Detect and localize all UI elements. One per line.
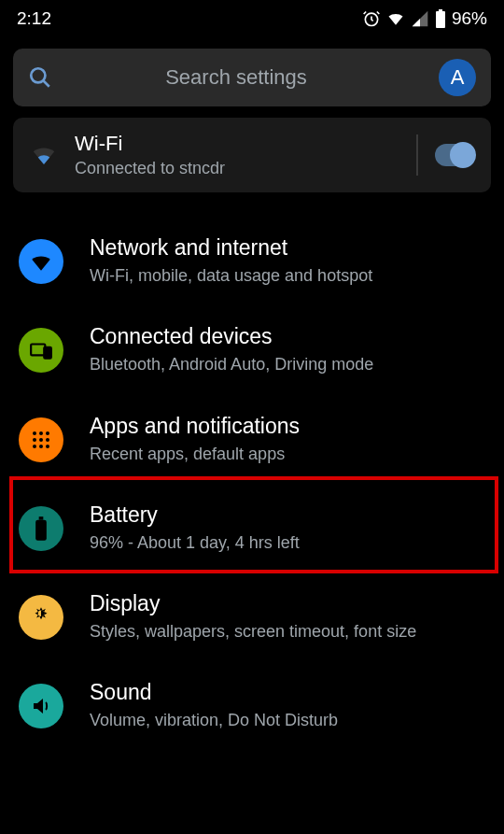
signal-icon — [411, 9, 429, 28]
profile-avatar[interactable]: A — [439, 59, 476, 96]
search-placeholder: Search settings — [34, 65, 439, 90]
status-bar: 2:12 96% — [0, 0, 504, 37]
search-settings[interactable]: Search settings A — [13, 49, 491, 106]
settings-list: Network and internetWi-Fi, mobile, data … — [0, 217, 504, 751]
wifi-icon — [19, 239, 63, 284]
row-title: Sound — [90, 680, 482, 705]
svg-rect-4 — [31, 345, 45, 356]
wifi-icon — [30, 141, 58, 169]
wifi-card[interactable]: Wi-Fi Connected to stncdr — [13, 118, 491, 192]
row-title: Display — [90, 591, 482, 616]
divider — [416, 134, 418, 176]
svg-point-12 — [33, 445, 36, 448]
status-icons: 96% — [362, 8, 487, 29]
settings-row-wifi[interactable]: Network and internetWi-Fi, mobile, data … — [0, 217, 504, 305]
row-subtitle: 96% - About 1 day, 4 hrs left — [90, 531, 482, 554]
svg-point-6 — [33, 431, 36, 435]
row-title: Battery — [90, 502, 482, 528]
row-title: Apps and notifications — [90, 414, 482, 439]
svg-rect-15 — [35, 520, 47, 541]
svg-rect-1 — [436, 11, 445, 28]
row-title: Network and internet — [90, 235, 482, 261]
wifi-toggle[interactable] — [435, 144, 474, 166]
svg-point-9 — [33, 438, 36, 442]
battery-icon — [19, 506, 63, 551]
clock: 2:12 — [17, 8, 51, 29]
alarm-icon — [362, 9, 381, 28]
settings-row-sound[interactable]: SoundVolume, vibration, Do Not Disturb — [0, 661, 504, 750]
svg-rect-5 — [44, 347, 51, 359]
svg-point-11 — [46, 438, 49, 442]
svg-point-14 — [46, 445, 49, 448]
settings-row-display[interactable]: DisplayStyles, wallpapers, screen timeou… — [0, 572, 504, 661]
devices-icon — [19, 328, 63, 373]
svg-rect-16 — [39, 516, 44, 520]
svg-point-8 — [46, 431, 49, 435]
svg-point-10 — [39, 438, 43, 442]
battery-icon — [435, 9, 446, 28]
apps-icon — [19, 417, 63, 462]
svg-rect-2 — [439, 9, 442, 11]
row-subtitle: Recent apps, default apps — [90, 443, 482, 465]
settings-row-battery[interactable]: Battery96% - About 1 day, 4 hrs left — [0, 484, 504, 572]
wifi-icon — [386, 9, 405, 28]
sound-icon — [19, 684, 63, 728]
wifi-subtitle: Connected to stncdr — [75, 159, 399, 178]
row-title: Connected devices — [90, 324, 482, 349]
row-subtitle: Bluetooth, Android Auto, Driving mode — [90, 353, 482, 375]
settings-row-devices[interactable]: Connected devicesBluetooth, Android Auto… — [0, 305, 504, 394]
svg-point-7 — [39, 431, 43, 435]
battery-percent: 96% — [452, 8, 487, 29]
row-subtitle: Volume, vibration, Do Not Disturb — [90, 709, 482, 731]
wifi-title: Wi-Fi — [75, 132, 399, 156]
display-icon — [19, 595, 63, 640]
row-subtitle: Wi-Fi, mobile, data usage and hotspot — [90, 264, 482, 287]
svg-point-13 — [39, 445, 43, 448]
settings-row-apps[interactable]: Apps and notificationsRecent apps, defau… — [0, 395, 504, 484]
row-subtitle: Styles, wallpapers, screen timeout, font… — [90, 620, 482, 643]
